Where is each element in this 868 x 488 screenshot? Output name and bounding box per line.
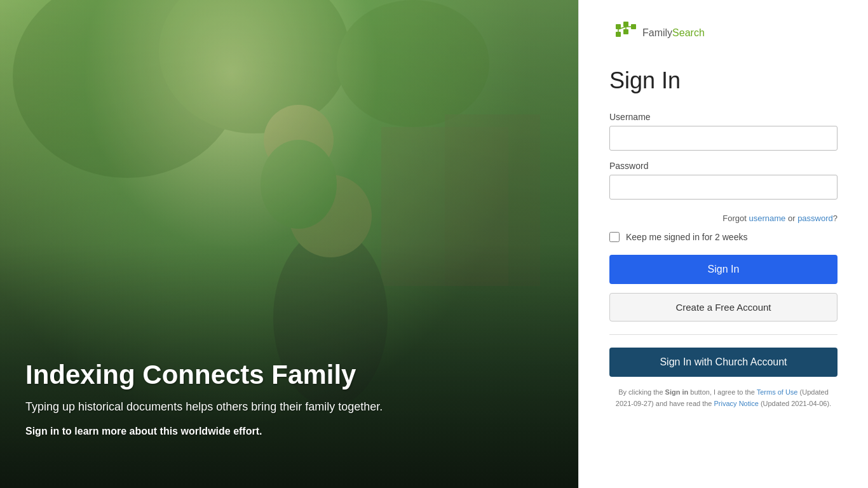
privacy-notice-link[interactable]: Privacy Notice xyxy=(714,400,759,407)
keep-signed-in-row: Keep me signed in for 2 weeks xyxy=(609,232,837,242)
password-input[interactable] xyxy=(609,175,837,200)
username-field-group: Username xyxy=(609,112,837,151)
terms-text: By clicking the Sign in button, I agree … xyxy=(609,387,837,409)
keep-signed-in-label: Keep me signed in for 2 weeks xyxy=(626,232,747,242)
hero-subtext: Typing up historical documents helps oth… xyxy=(25,398,407,416)
create-account-button[interactable]: Create a Free Account xyxy=(609,293,837,322)
forgot-password-link[interactable]: password xyxy=(797,214,833,223)
forgot-question: ? xyxy=(833,214,837,223)
logo-family: Family xyxy=(642,27,672,38)
keep-signed-in-checkbox[interactable] xyxy=(609,232,620,242)
username-input[interactable] xyxy=(609,126,837,151)
terms-line4: (Updated 2021-04-06). xyxy=(759,400,831,407)
familysearch-logo-icon xyxy=(609,19,637,47)
terms-of-use-link[interactable]: Terms of Use xyxy=(757,388,798,396)
password-label: Password xyxy=(609,161,837,171)
terms-line2: button, I agree to the xyxy=(688,388,756,396)
password-field-group: Password xyxy=(609,161,837,200)
forgot-username-link[interactable]: username xyxy=(749,214,786,223)
form-title: Sign In xyxy=(609,67,837,94)
terms-bold: Sign in xyxy=(665,388,689,396)
svg-rect-10 xyxy=(623,22,628,27)
forgot-row: Forgot username or password? xyxy=(609,214,837,223)
church-account-button[interactable]: Sign In with Church Account xyxy=(609,348,837,377)
hero-cta: Sign in to learn more about this worldwi… xyxy=(25,426,553,437)
logo-search: Search xyxy=(672,27,705,38)
logo-text: FamilySearch xyxy=(642,27,705,39)
hero-text-block: Indexing Connects Family Typing up histo… xyxy=(25,359,553,437)
username-label: Username xyxy=(609,112,837,122)
logo: FamilySearch xyxy=(609,19,837,47)
forgot-or: or xyxy=(785,214,797,223)
hero-panel: Indexing Connects Family Typing up histo… xyxy=(0,0,578,488)
terms-line1: By clicking the xyxy=(618,388,665,396)
divider xyxy=(609,334,837,335)
hero-headline: Indexing Connects Family xyxy=(25,359,553,391)
sign-in-panel: FamilySearch Sign In Username Password F… xyxy=(578,0,868,488)
forgot-text: Forgot xyxy=(722,214,749,223)
sign-in-button[interactable]: Sign In xyxy=(609,255,837,284)
